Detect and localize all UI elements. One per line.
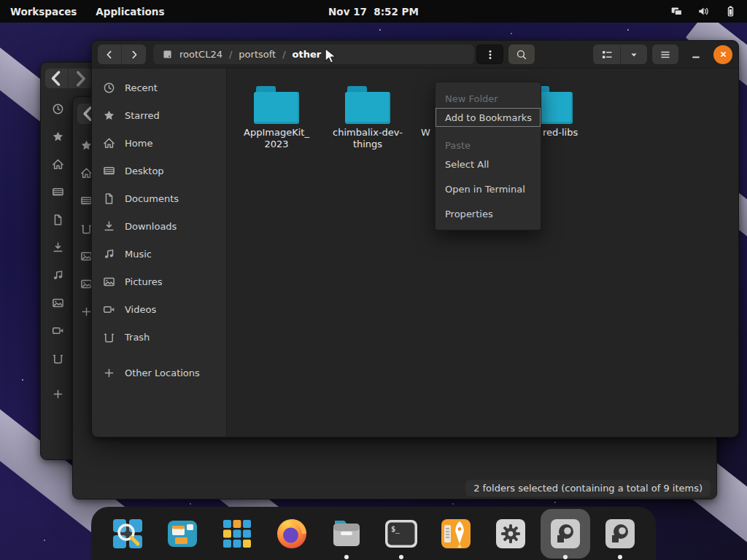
volume-icon[interactable] (697, 5, 710, 18)
menu-item-select-all[interactable]: Select All (436, 155, 541, 174)
dock-app-finder[interactable] (109, 516, 146, 552)
mouse-cursor (324, 48, 338, 67)
drive-icon (162, 49, 173, 60)
close-button[interactable] (713, 45, 732, 64)
desktop-icon (103, 165, 115, 177)
home-icon (52, 158, 64, 171)
sidebar-item-starred[interactable]: Starred (92, 101, 226, 129)
search-button[interactable] (508, 44, 535, 64)
dock: $_ (91, 507, 656, 560)
dock-terminal[interactable]: $_ (383, 516, 419, 552)
sidebar-item-home[interactable]: Home (92, 129, 226, 157)
sidebar-item-label: Downloads (125, 221, 177, 232)
running-indicator (563, 555, 568, 559)
dock-workspaces-manager[interactable] (164, 516, 201, 552)
menu-item-add-to-bookmarks[interactable]: Add to Bookmarks (436, 108, 541, 127)
running-indicator (618, 555, 622, 559)
battery-icon[interactable] (724, 5, 737, 18)
pin-app-icon (603, 517, 637, 551)
close-icon (718, 49, 729, 60)
dock-settings[interactable] (492, 516, 529, 552)
main-menu-button[interactable] (652, 44, 678, 64)
dock-pin-app[interactable] (602, 516, 638, 552)
sidebar-item-label: Pictures (125, 276, 162, 287)
menu-item-paste: Paste (436, 136, 541, 155)
view-options-button[interactable] (621, 44, 647, 64)
folder-label: AppImageKit_2023 (231, 127, 322, 150)
workspaces-menu[interactable]: Workspaces (10, 6, 77, 18)
sidebar-item-label: Music (125, 249, 152, 260)
dock-file-manager[interactable] (328, 516, 365, 552)
minimize-button[interactable] (685, 44, 707, 64)
image-icon (103, 276, 115, 288)
sidebar-item-label: Home (125, 138, 152, 149)
back-button[interactable] (45, 69, 69, 88)
clock[interactable]: Nov 17 8:52 PM (328, 6, 419, 18)
breadcrumb[interactable]: rootCL24 / portsoft / other (153, 44, 474, 64)
screen-share-icon[interactable] (670, 5, 683, 18)
settings-gear-icon (494, 517, 527, 551)
chevron-down-icon (628, 49, 640, 61)
menu-item-new-folder: New Folder (436, 89, 541, 108)
breadcrumb-segment-current[interactable]: other (293, 49, 322, 60)
folder-item[interactable]: chimbalix-dev-things (322, 86, 413, 150)
folder-label-fragment: W (421, 127, 430, 139)
software-installer-icon (439, 517, 473, 551)
document-icon (52, 214, 64, 226)
star-icon (52, 131, 64, 143)
sidebar-item-documents[interactable]: Documents (92, 184, 226, 212)
forward-button[interactable] (69, 69, 92, 88)
back-button[interactable] (98, 44, 122, 64)
dock-firefox[interactable] (274, 516, 310, 552)
clock-icon (103, 82, 115, 94)
applications-menu[interactable]: Applications (96, 6, 164, 18)
music-icon (103, 248, 115, 260)
sidebar-item-downloads[interactable]: Downloads (92, 212, 226, 240)
sidebar-item-label: Videos (125, 304, 156, 315)
firefox-icon (275, 517, 309, 551)
sidebar-item-recent[interactable]: Recent (92, 74, 226, 101)
back-chevron-icon (45, 67, 68, 90)
menu-item-properties[interactable]: Properties (436, 204, 541, 223)
selection-status: 2 folders selected (containing a total o… (465, 480, 711, 497)
sidebar-item-desktop[interactable]: Desktop (92, 157, 226, 184)
file-manager-window[interactable]: rootCL24 / portsoft / other Recent Starr… (91, 40, 739, 438)
menu-item-open-in-terminal[interactable]: Open in Terminal (436, 179, 541, 198)
forward-button[interactable] (122, 44, 146, 64)
folder-icon (254, 86, 299, 124)
sidebar-item-trash[interactable]: Trash (92, 323, 226, 351)
pin-app-icon (549, 517, 582, 551)
ellipsis-vertical-icon (484, 49, 496, 61)
app-grid-icon (220, 517, 254, 551)
download-icon (52, 241, 64, 254)
sidebar-item-label: Other Locations (125, 368, 200, 378)
sidebar-item-pictures[interactable]: Pictures (92, 268, 226, 295)
back-chevron-icon (104, 49, 115, 61)
running-indicator (344, 555, 349, 559)
video-icon (103, 303, 115, 316)
sidebar-item-label: Recent (125, 82, 158, 93)
sidebar-item-label: Starred (125, 110, 160, 121)
view-toggle (593, 44, 647, 64)
list-view-button[interactable] (593, 44, 621, 64)
sidebar-item-music[interactable]: Music (92, 240, 226, 268)
sidebar-item-label: Desktop (125, 166, 164, 176)
dock-software-installer[interactable] (438, 516, 474, 552)
hamburger-icon (659, 49, 671, 61)
top-bar: Workspaces Applications Nov 17 8:52 PM (0, 0, 747, 23)
list-view-icon (601, 49, 613, 61)
breadcrumb-segment[interactable]: portsoft (239, 49, 276, 60)
image-icon (52, 297, 64, 309)
sidebar-item-other-locations[interactable]: Other Locations (92, 359, 226, 386)
dock-pin-app-active[interactable] (547, 516, 584, 552)
star-icon (103, 109, 115, 122)
dock-app-grid[interactable] (219, 516, 255, 552)
places-sidebar: Recent Starred Home Desktop Documents Do… (92, 69, 227, 437)
folder-item[interactable]: AppImageKit_2023 (231, 86, 322, 150)
video-icon (52, 324, 64, 337)
trash-icon (52, 352, 64, 365)
sidebar-item-videos[interactable]: Videos (92, 295, 226, 323)
location-menu-button[interactable] (476, 44, 503, 64)
breadcrumb-segment[interactable]: rootCL24 (179, 49, 222, 60)
home-icon (103, 137, 115, 149)
